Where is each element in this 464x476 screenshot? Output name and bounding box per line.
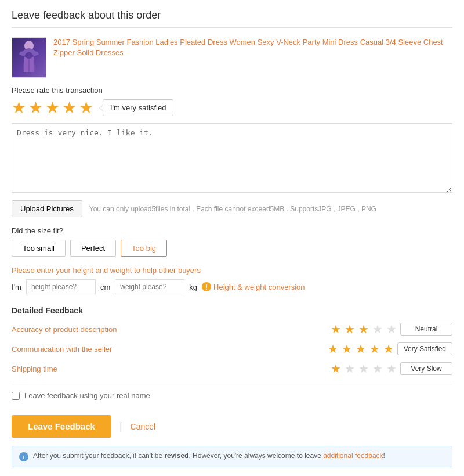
review-textarea[interactable]: Dress is very nice. I like it.	[12, 123, 452, 193]
detailed-feedback-section: Detailed Feedback Accuracy of product de…	[12, 306, 452, 376]
product-title-link[interactable]: 2017 Spring Summer Fashion Ladies Pleate…	[53, 37, 452, 58]
shipping-badge: Very Slow	[400, 362, 452, 375]
star-4[interactable]: ★	[62, 98, 77, 117]
shipping-label: Shipping time	[12, 365, 57, 373]
shipping-star-5[interactable]: ★	[386, 362, 397, 376]
upload-hint: You can only upload5files in total . Eac…	[89, 205, 376, 213]
conversion-link[interactable]: ! Height & weight conversion	[202, 282, 305, 291]
info-text: After you submit your feedback, it can't…	[33, 452, 385, 460]
additional-feedback-link[interactable]: additional feedback	[323, 452, 383, 460]
rate-label: Please rate this transaction	[12, 86, 452, 95]
feedback-row-communication: Communication with the seller ★ ★ ★ ★ ★ …	[12, 342, 452, 356]
communication-star-3[interactable]: ★	[356, 342, 366, 356]
communication-label: Communication with the seller	[12, 345, 112, 354]
cm-label: cm	[100, 283, 110, 291]
leave-feedback-button[interactable]: Leave Feedback	[12, 415, 111, 438]
conversion-icon: !	[202, 282, 211, 291]
accuracy-star-2[interactable]: ★	[345, 322, 355, 336]
product-image	[12, 37, 46, 78]
star-1[interactable]: ★	[12, 98, 26, 117]
action-row: Leave Feedback | Cancel	[12, 415, 452, 438]
accuracy-star-1[interactable]: ★	[331, 322, 341, 336]
communication-star-5[interactable]: ★	[383, 342, 394, 356]
height-weight-section: Please enter your height and weight to h…	[12, 266, 452, 294]
shipping-star-2[interactable]: ★	[345, 362, 355, 376]
communication-star-4[interactable]: ★	[369, 342, 380, 356]
size-perfect[interactable]: Perfect	[70, 240, 116, 257]
feedback-row-accuracy: Accuracy of product description ★ ★ ★ ★ …	[12, 322, 452, 336]
real-name-label: Leave feedback using your real name	[24, 391, 150, 400]
info-bar: i After you submit your feedback, it can…	[12, 446, 452, 467]
communication-star-2[interactable]: ★	[342, 342, 352, 356]
size-question: Did the size fit?	[12, 226, 452, 235]
detailed-feedback-title: Detailed Feedback	[12, 306, 452, 315]
page-title: Leave feedback about this order	[12, 9, 452, 28]
accuracy-rating: ★ ★ ★ ★ ★ Neutral	[331, 322, 452, 336]
star-5[interactable]: ★	[79, 98, 93, 117]
height-input[interactable]	[26, 279, 96, 294]
im-label: I'm	[12, 283, 21, 291]
kg-label: kg	[189, 283, 197, 291]
rate-section: Please rate this transaction ★ ★ ★ ★ ★ I…	[12, 86, 452, 117]
cancel-link[interactable]: Cancel	[130, 422, 156, 431]
accuracy-star-3[interactable]: ★	[358, 322, 369, 336]
shipping-star-1[interactable]: ★	[331, 362, 341, 376]
upload-pictures-button[interactable]: Upload Pictures	[12, 200, 82, 217]
action-separator: |	[119, 420, 122, 432]
star-2[interactable]: ★	[28, 98, 43, 117]
accuracy-star-5[interactable]: ★	[386, 322, 397, 336]
feedback-row-shipping: Shipping time ★ ★ ★ ★ ★ Very Slow	[12, 362, 452, 376]
size-section: Did the size fit? Too small Perfect Too …	[12, 226, 452, 257]
real-name-row: Leave feedback using your real name	[12, 385, 452, 406]
shipping-star-3[interactable]: ★	[358, 362, 369, 376]
info-icon: i	[19, 452, 28, 461]
size-too-small[interactable]: Too small	[12, 240, 66, 257]
upload-row: Upload Pictures You can only upload5file…	[12, 200, 452, 217]
shipping-star-4[interactable]: ★	[372, 362, 383, 376]
conversion-label: Height & weight conversion	[213, 283, 305, 291]
accuracy-label: Accuracy of product description	[12, 325, 117, 334]
communication-star-1[interactable]: ★	[328, 342, 338, 356]
product-row: 2017 Spring Summer Fashion Ladies Pleate…	[12, 37, 452, 78]
size-too-big[interactable]: Too big	[121, 240, 167, 257]
star-3[interactable]: ★	[45, 98, 60, 117]
height-weight-row: I'm cm kg ! Height & weight conversion	[12, 279, 452, 294]
height-weight-label: Please enter your height and weight to h…	[12, 266, 452, 275]
shipping-rating: ★ ★ ★ ★ ★ Very Slow	[331, 362, 452, 376]
communication-rating: ★ ★ ★ ★ ★ Very Satisfied	[328, 342, 452, 356]
accuracy-star-4[interactable]: ★	[372, 322, 383, 336]
communication-badge: Very Satisfied	[397, 342, 452, 355]
rating-tooltip: I'm very satisfied	[103, 99, 173, 116]
real-name-checkbox[interactable]	[12, 392, 20, 400]
weight-input[interactable]	[115, 279, 184, 294]
accuracy-badge: Neutral	[400, 323, 452, 336]
size-options: Too small Perfect Too big	[12, 240, 452, 257]
rating-stars-row[interactable]: ★ ★ ★ ★ ★ I'm very satisfied	[12, 98, 452, 117]
